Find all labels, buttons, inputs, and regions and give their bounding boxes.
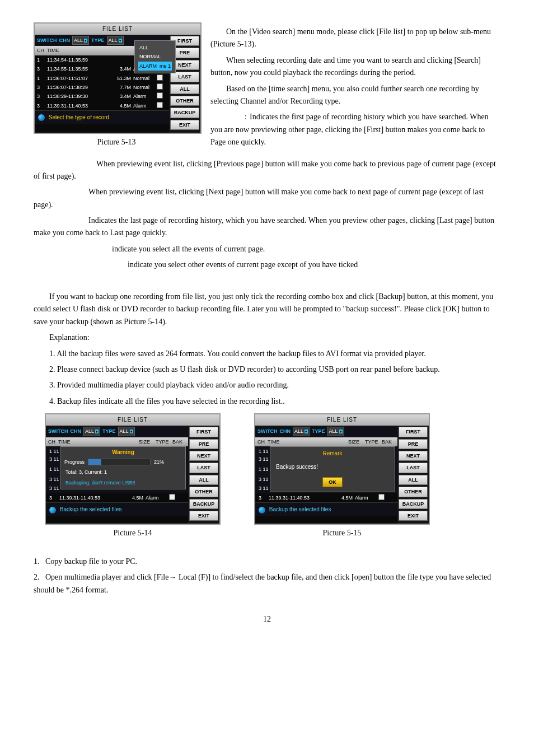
footer-bar: Select the type of record (35, 110, 169, 124)
chn-select[interactable]: ALL▾ (83, 427, 100, 436)
caption-514: Picture 5-14 (45, 527, 221, 539)
dialog-514: FILE LIST SWITCH CHN ALL▾ TYPE ALL▾ CH T… (45, 413, 221, 525)
exit-button[interactable]: EXIT (399, 511, 428, 521)
header-ch: CH (37, 46, 47, 54)
backup-button[interactable]: BACKUP (399, 499, 428, 509)
all-button[interactable]: ALL (170, 84, 199, 94)
chn-select[interactable]: ALL▾ (72, 36, 89, 45)
exit-button[interactable]: EXIT (189, 511, 218, 521)
dialog-title: FILE LIST (255, 414, 429, 426)
row-checkbox[interactable] (157, 92, 163, 99)
footer-bar: Backup the selected files (255, 502, 397, 516)
pre-button[interactable]: PRE (399, 439, 428, 449)
info-icon (38, 114, 45, 121)
caption-515: Picture 5-15 (254, 527, 430, 539)
paragraph: If you want to backup one recording from… (34, 291, 500, 328)
paragraph: indicate you select all the events of cu… (34, 243, 500, 255)
total-info: Total: 3, Current: 1 (61, 467, 185, 477)
next-button[interactable]: NEXT (399, 451, 428, 461)
paragraph: 4. Backup files indicate all the files y… (34, 395, 500, 408)
type-select[interactable]: ALL▾ (107, 36, 124, 45)
footer-text: Backup the selected files (60, 506, 122, 512)
filter-row: SWITCH CHN ALL▾ TYPE ALL▾ (46, 426, 188, 437)
remark-title: Remark (270, 448, 395, 459)
chn-select[interactable]: ALL▾ (293, 427, 310, 436)
numbered-list: 1. Copy backup file to your PC. 2. Open … (34, 556, 500, 596)
other-button[interactable]: OTHER (170, 96, 199, 106)
page-number: 12 (34, 613, 500, 626)
footer-text: Select the type of record (49, 114, 109, 120)
switch-label: SWITCH (37, 36, 57, 44)
paragraph: Indicates the last page of recording his… (34, 214, 500, 240)
row-checkbox[interactable] (157, 74, 163, 81)
list-header: CH TIME SIZE TYPE BAK (46, 437, 188, 446)
exit-button[interactable]: EXIT (170, 120, 199, 130)
paragraph: 1. All the backup files were saved as 26… (34, 348, 500, 360)
dialog-515: FILE LIST SWITCH CHN ALL▾ TYPE ALL▾ CH T… (254, 413, 430, 525)
progress-bar (88, 459, 151, 465)
first-button[interactable]: FIRST (399, 427, 428, 437)
list-header: CH TIME SIZE TYPE BAK (255, 437, 397, 446)
type-label: TYPE (91, 36, 105, 44)
dialog-513: FILE LIST SWITCH CHN ALL▾ TYPE ALL▾ CH T… (34, 22, 202, 134)
all-button[interactable]: ALL (189, 475, 218, 485)
progress-row: Progress 21% (61, 457, 185, 467)
paragraph: indicate you select other events of curr… (34, 259, 500, 271)
chn-label: CHN (59, 36, 71, 44)
paragraph: When previewing event list, clicking [Pr… (34, 158, 500, 183)
caption-513: Picture 5-13 (34, 136, 199, 148)
info-icon (49, 507, 56, 514)
last-button[interactable]: LAST (189, 463, 218, 473)
next-button[interactable]: NEXT (189, 451, 218, 461)
filter-row: SWITCH CHN ALL▾ TYPE ALL▾ (255, 426, 397, 437)
footer-text: Backup the selected files (269, 506, 331, 512)
pre-button[interactable]: PRE (189, 439, 218, 449)
other-button[interactable]: OTHER (189, 487, 218, 497)
paragraph: When previewing event list, clicking [Ne… (34, 186, 500, 211)
backuping-msg: Backuping, don't remove USB!! (61, 478, 185, 488)
row-checkbox[interactable] (157, 83, 163, 90)
first-button[interactable]: FIRST (189, 427, 218, 437)
type-select[interactable]: ALL▾ (327, 427, 344, 436)
header-time: TIME (47, 46, 114, 54)
success-msg: Backup success! (270, 459, 395, 475)
explanation-heading: Explanation: (34, 332, 500, 344)
backup-button[interactable]: BACKUP (170, 108, 199, 118)
other-button[interactable]: OTHER (399, 487, 428, 497)
backup-button[interactable]: BACKUP (189, 499, 218, 509)
row-checkbox[interactable] (157, 102, 163, 108)
last-button[interactable]: LAST (399, 463, 428, 473)
info-icon (259, 507, 265, 514)
type-select[interactable]: ALL▾ (118, 427, 135, 436)
type-dropdown[interactable]: ALL NORMAL ALARM me 1 (134, 40, 176, 73)
dialog-title: FILE LIST (46, 414, 219, 426)
warning-title: Warning (61, 448, 185, 457)
chevron-down-icon: ▾ (119, 39, 122, 43)
paragraph: 3. Provided multimedia player could play… (34, 379, 500, 391)
paragraph: 2. Please connect backup device (such as… (34, 363, 500, 376)
chevron-down-icon: ▾ (84, 39, 87, 43)
all-button[interactable]: ALL (399, 475, 428, 485)
dialog-title: FILE LIST (35, 24, 200, 35)
ok-button[interactable]: OK (322, 477, 343, 487)
footer-bar: Backup the selected files (46, 502, 188, 516)
